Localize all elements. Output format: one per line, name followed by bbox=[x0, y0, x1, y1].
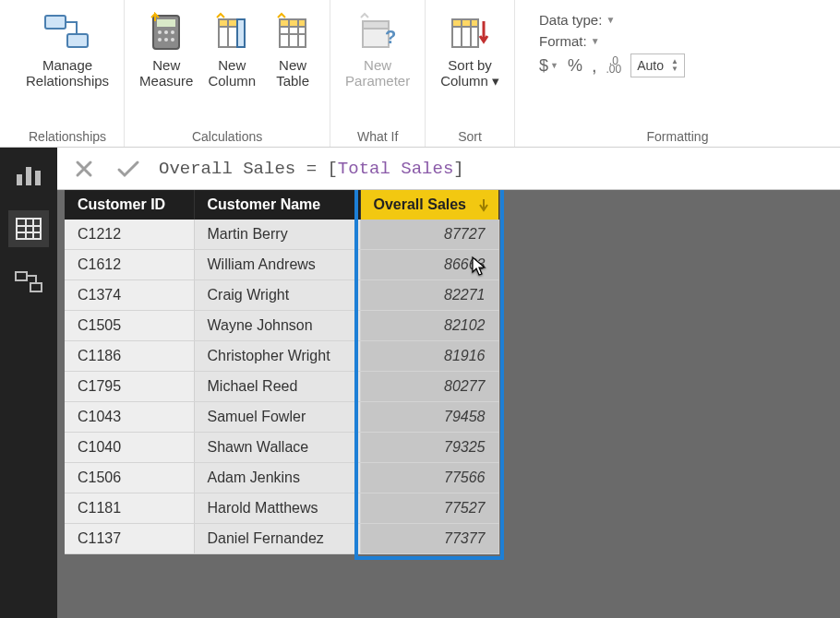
cell-customer-id[interactable]: C1612 bbox=[65, 250, 194, 280]
cell-overall-sales[interactable]: 77527 bbox=[360, 493, 498, 524]
formula-input[interactable]: Overall Sales = [Total Sales] bbox=[159, 159, 464, 179]
cell-customer-name[interactable]: Shawn Wallace bbox=[194, 433, 360, 463]
table-row[interactable]: C1506Adam Jenkins77566 bbox=[65, 463, 498, 493]
cell-overall-sales[interactable]: 77566 bbox=[360, 463, 498, 493]
currency-button[interactable]: $ ▼ bbox=[539, 56, 558, 76]
table-row[interactable]: C1795Michael Reed80277 bbox=[65, 372, 498, 402]
cell-overall-sales[interactable]: 79325 bbox=[360, 433, 498, 463]
table-row[interactable]: C1137Daniel Fernandez77377 bbox=[65, 524, 498, 554]
new-measure-button[interactable]: NewMeasure bbox=[134, 4, 198, 95]
cell-overall-sales[interactable]: 77377 bbox=[360, 524, 498, 554]
calculator-icon bbox=[148, 9, 185, 55]
view-switcher bbox=[0, 148, 57, 618]
decimal-places-input[interactable]: Auto ▲▼ bbox=[630, 53, 685, 77]
new-column-icon bbox=[213, 9, 250, 55]
data-grid[interactable]: Customer ID Customer Name Overall Sales … bbox=[65, 190, 499, 554]
new-table-label: NewTable bbox=[276, 57, 309, 89]
cell-customer-id[interactable]: C1040 bbox=[65, 433, 194, 463]
new-parameter-label: NewParameter bbox=[345, 57, 410, 89]
sort-desc-icon bbox=[478, 197, 489, 212]
svg-rect-14 bbox=[237, 19, 245, 47]
x-icon bbox=[74, 159, 94, 179]
cell-customer-name[interactable]: Christopher Wright bbox=[194, 341, 360, 372]
svg-rect-29 bbox=[35, 171, 41, 185]
table-row[interactable]: C1186Christopher Wright81916 bbox=[65, 341, 498, 372]
cell-customer-name[interactable]: Craig Wright bbox=[194, 280, 360, 311]
cell-customer-id[interactable]: C1505 bbox=[65, 311, 194, 341]
data-view-button[interactable] bbox=[8, 210, 49, 247]
cell-overall-sales[interactable]: 87727 bbox=[360, 220, 498, 250]
cell-customer-id[interactable]: C1181 bbox=[65, 493, 194, 524]
format-dropdown[interactable]: Format: ▼ bbox=[539, 33, 600, 49]
cell-customer-id[interactable]: C1795 bbox=[65, 372, 194, 402]
cell-customer-name[interactable]: Martin Berry bbox=[194, 220, 360, 250]
workspace: Overall Sales = [Total Sales] Customer I… bbox=[0, 148, 840, 618]
svg-text:?: ? bbox=[385, 27, 396, 47]
sort-by-column-button[interactable]: Sort byColumn ▾ bbox=[435, 4, 505, 95]
chevron-down-icon: ▼ bbox=[606, 15, 615, 25]
ribbon-caption-calculations: Calculations bbox=[134, 127, 320, 147]
model-view-button[interactable] bbox=[8, 264, 49, 301]
cell-customer-id[interactable]: C1043 bbox=[65, 402, 194, 433]
ribbon-group-whatif: ? NewParameter What If bbox=[330, 0, 426, 147]
chevron-down-icon: ▼ bbox=[550, 61, 558, 70]
cell-overall-sales[interactable]: 82271 bbox=[360, 280, 498, 311]
data-type-label: Data type: bbox=[539, 12, 602, 28]
cell-customer-id[interactable]: C1137 bbox=[65, 524, 194, 554]
new-table-button[interactable]: NewTable bbox=[265, 4, 320, 95]
svg-rect-30 bbox=[17, 219, 41, 239]
ribbon-caption-relationships: Relationships bbox=[20, 127, 114, 147]
table-row[interactable]: C1181Harold Matthews77527 bbox=[65, 493, 498, 524]
cell-overall-sales[interactable]: 79458 bbox=[360, 402, 498, 433]
cell-overall-sales[interactable]: 86663 bbox=[360, 250, 498, 280]
cell-customer-name[interactable]: Michael Reed bbox=[194, 372, 360, 402]
cell-customer-id[interactable]: C1506 bbox=[65, 463, 194, 493]
svg-rect-3 bbox=[157, 19, 175, 27]
table-row[interactable]: C1612William Andrews86663 bbox=[65, 250, 498, 280]
cell-customer-id[interactable]: C1186 bbox=[65, 341, 194, 372]
cell-customer-id[interactable]: C1374 bbox=[65, 280, 194, 311]
col-header-overall-sales[interactable]: Overall Sales bbox=[360, 190, 498, 220]
new-parameter-button[interactable]: ? NewParameter bbox=[340, 4, 415, 95]
cancel-formula-button[interactable] bbox=[70, 159, 98, 179]
cell-customer-name[interactable]: Harold Matthews bbox=[194, 493, 360, 524]
cell-customer-name[interactable]: Daniel Fernandez bbox=[194, 524, 360, 554]
table-row[interactable]: C1043Samuel Fowler79458 bbox=[65, 402, 498, 433]
ribbon-caption-formatting: Formatting bbox=[524, 127, 831, 147]
cell-overall-sales[interactable]: 82102 bbox=[360, 311, 498, 341]
data-type-dropdown[interactable]: Data type: ▼ bbox=[539, 12, 615, 28]
col-header-customer-id[interactable]: Customer ID bbox=[65, 190, 194, 220]
cell-overall-sales[interactable]: 80277 bbox=[360, 372, 498, 402]
col-header-overall-sales-label: Overall Sales bbox=[374, 196, 467, 212]
cell-customer-name[interactable]: Adam Jenkins bbox=[194, 463, 360, 493]
format-label: Format: bbox=[539, 33, 587, 49]
table-row[interactable]: C1040Shawn Wallace79325 bbox=[65, 433, 498, 463]
manage-relationships-button[interactable]: ManageRelationships bbox=[20, 4, 114, 95]
col-header-customer-name[interactable]: Customer Name bbox=[194, 190, 360, 220]
accept-formula-button[interactable] bbox=[113, 159, 144, 179]
decimal-places-value: Auto bbox=[637, 58, 664, 73]
cell-customer-name[interactable]: William Andrews bbox=[194, 250, 360, 280]
ribbon-group-formatting: Data type: ▼ Format: ▼ $ ▼ % , .0.00 Aut… bbox=[515, 0, 840, 147]
new-column-button[interactable]: NewColumn bbox=[202, 4, 261, 95]
new-column-label: NewColumn bbox=[208, 57, 256, 89]
svg-point-8 bbox=[164, 38, 168, 42]
table-row[interactable]: C1505Wayne Johnson82102 bbox=[65, 311, 498, 341]
ribbon-group-sort: Sort byColumn ▾ Sort bbox=[426, 0, 515, 147]
formula-bar: Overall Sales = [Total Sales] bbox=[57, 148, 840, 190]
report-view-button[interactable] bbox=[8, 157, 49, 194]
decimal-button[interactable]: .0.00 bbox=[606, 57, 622, 74]
ribbon-group-calculations: NewMeasure NewColumn bbox=[125, 0, 330, 147]
table-row[interactable]: C1212Martin Berry87727 bbox=[65, 220, 498, 250]
table-row[interactable]: C1374Craig Wright82271 bbox=[65, 280, 498, 311]
new-table-icon bbox=[274, 9, 311, 55]
cell-customer-id[interactable]: C1212 bbox=[65, 220, 194, 250]
cell-customer-name[interactable]: Wayne Johnson bbox=[194, 311, 360, 341]
thousands-button[interactable]: , bbox=[592, 55, 597, 77]
percent-button[interactable]: % bbox=[568, 56, 582, 76]
check-icon bbox=[116, 159, 140, 179]
cell-customer-name[interactable]: Samuel Fowler bbox=[194, 402, 360, 433]
main-area: Overall Sales = [Total Sales] Customer I… bbox=[57, 148, 840, 618]
cell-overall-sales[interactable]: 81916 bbox=[360, 341, 498, 372]
svg-rect-27 bbox=[17, 174, 22, 185]
